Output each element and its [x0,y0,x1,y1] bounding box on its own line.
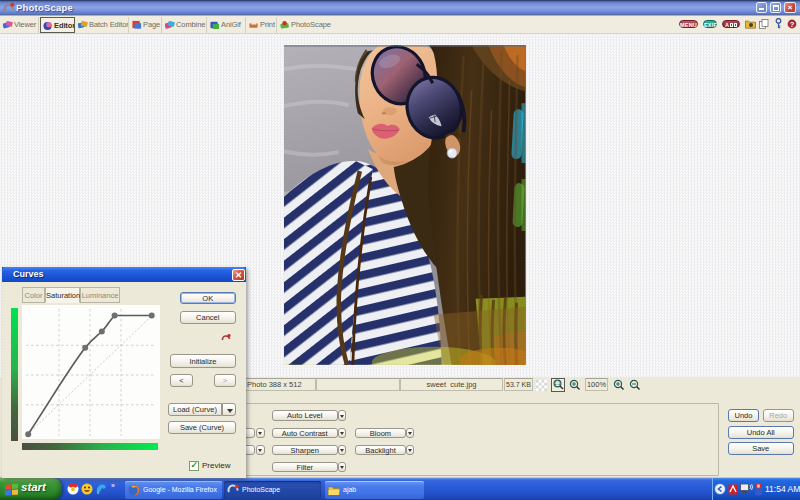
svg-text:?: ? [790,20,795,29]
svg-text:1:1: 1:1 [554,381,561,386]
